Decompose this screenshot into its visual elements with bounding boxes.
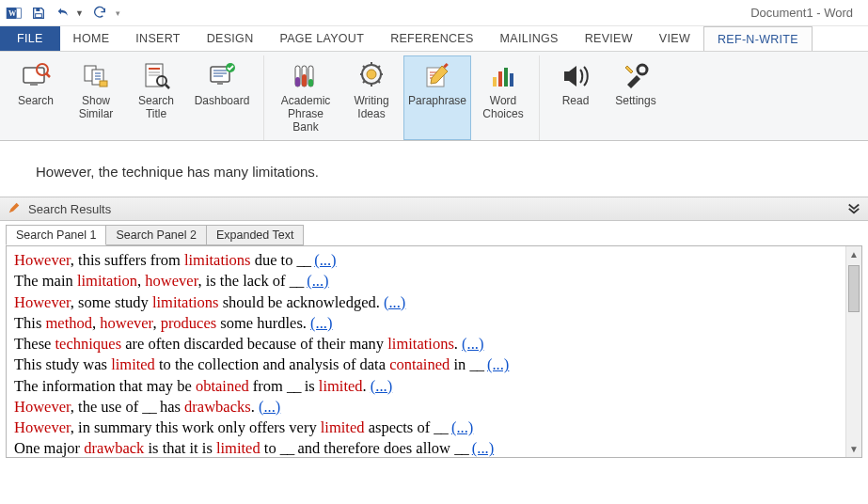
writing-ideas-label: Writing Ideas (354, 95, 388, 121)
plain-text: from (249, 377, 287, 395)
keyword-text: limited (216, 439, 260, 457)
expand-link[interactable]: (...) (371, 377, 392, 395)
academic-phrase-bank-button[interactable]: Academic Phrase Bank (272, 55, 339, 140)
dashboard-button[interactable]: Dashboard (188, 55, 256, 140)
ribbon-group-search: Search Show Similar Search Title Dashboa… (8, 55, 264, 140)
svg-rect-4 (36, 13, 42, 17)
plain-text: should be acknowledged. (219, 293, 385, 311)
keyword-text: limited (321, 418, 365, 436)
svg-line-40 (378, 81, 380, 83)
svg-line-39 (363, 66, 365, 68)
plain-text: This (14, 314, 45, 332)
search-title-button[interactable]: Search Title (128, 55, 184, 140)
window-title: Document1 - Word (750, 6, 862, 20)
expand-link[interactable]: (...) (487, 355, 509, 373)
ribbon-tabs: FILE HOME INSERT DESIGN PAGE LAYOUT REFE… (0, 26, 868, 51)
tab-view[interactable]: VIEW (646, 26, 703, 51)
scroll-thumb[interactable] (848, 265, 860, 312)
writing-ideas-button[interactable]: Writing Ideas (343, 55, 400, 140)
plain-text: some hurdles. (216, 314, 310, 332)
expand-link[interactable]: (...) (451, 418, 473, 436)
collapse-chevron-icon[interactable] (847, 201, 860, 217)
expand-link[interactable]: (...) (462, 335, 483, 353)
blank-placeholder: __ (469, 355, 483, 373)
tab-expanded-text[interactable]: Expanded Text (206, 225, 304, 245)
search-results-header[interactable]: Search Results (0, 197, 868, 221)
keyword-text: limitations (184, 251, 251, 269)
search-page-icon (140, 60, 172, 92)
tab-ref-n-write[interactable]: REF-N-WRITE (703, 26, 813, 51)
svg-rect-48 (493, 77, 497, 87)
tab-file[interactable]: FILE (0, 26, 60, 51)
keyword-text: techniques (55, 335, 122, 353)
svg-line-41 (363, 81, 365, 83)
svg-rect-3 (36, 8, 39, 10)
svg-rect-14 (100, 81, 107, 87)
tab-mailings[interactable]: MAILINGS (487, 26, 572, 51)
ribbon-group-misc: Read Settings (547, 55, 671, 140)
svg-text:W: W (8, 9, 17, 18)
read-button[interactable]: Read (547, 55, 604, 140)
blank-placeholder: __ (434, 418, 448, 436)
settings-button[interactable]: Settings (608, 55, 664, 140)
title-bar: W ▼ ▾ Document1 - Word (0, 0, 868, 26)
plain-text: , some study (71, 293, 152, 311)
read-label: Read (562, 95, 590, 108)
redo-icon[interactable] (91, 5, 108, 22)
plain-text: One major (14, 439, 84, 457)
expand-link[interactable]: (...) (314, 251, 336, 269)
result-line: However, this suffers from limitations d… (14, 250, 838, 271)
show-similar-button[interactable]: Show Similar (68, 55, 124, 140)
plain-text: , (152, 314, 160, 332)
phrase-bank-label: Academic Phrase Bank (275, 95, 337, 134)
expand-link[interactable]: (...) (384, 293, 405, 311)
scroll-down-icon[interactable]: ▼ (846, 441, 861, 457)
expand-link[interactable]: (...) (259, 398, 280, 416)
svg-rect-49 (498, 71, 502, 87)
tab-search-panel-2[interactable]: Search Panel 2 (105, 225, 206, 245)
quick-access-toolbar: W ▼ ▾ (6, 5, 120, 22)
tab-home[interactable]: HOME (60, 26, 123, 51)
result-line: The main limitation, however, is the lac… (14, 271, 838, 291)
plain-text: . (251, 398, 259, 416)
plain-text: are often discarded because of their man… (121, 335, 387, 353)
svg-point-34 (367, 70, 376, 79)
svg-rect-50 (504, 68, 508, 87)
dashboard-icon (206, 60, 238, 92)
undo-icon[interactable] (55, 5, 71, 22)
keyword-text: however (100, 314, 152, 332)
expand-link[interactable]: (...) (310, 314, 332, 332)
blank-placeholder: __ (142, 398, 156, 416)
save-icon[interactable] (30, 5, 47, 22)
keyword-text: limited (319, 377, 363, 395)
tab-search-panel-1[interactable]: Search Panel 1 (6, 225, 106, 245)
keyword-text: limited (111, 355, 155, 373)
keyword-text: However (14, 418, 71, 436)
tab-review[interactable]: REVIEW (572, 26, 646, 51)
svg-line-20 (166, 85, 169, 88)
plain-text: has (156, 398, 184, 416)
test-tubes-icon (290, 60, 322, 92)
plain-text: The main (14, 272, 77, 290)
expand-link[interactable]: (...) (472, 439, 494, 457)
input-sentence[interactable]: However, the technique has many limitati… (0, 141, 868, 197)
expand-link[interactable]: (...) (307, 272, 328, 290)
results-panel: However, this suffers from limitations d… (6, 245, 862, 458)
paraphrase-button[interactable]: Paraphrase (403, 55, 471, 140)
word-choices-button[interactable]: Word Choices (475, 55, 531, 140)
svg-rect-32 (308, 79, 313, 87)
scroll-up-icon[interactable]: ▲ (846, 246, 861, 262)
svg-rect-22 (217, 82, 223, 85)
qat-customize-icon[interactable]: ▾ (116, 8, 120, 18)
plain-text: and therefore does allow (293, 439, 454, 457)
scrollbar[interactable]: ▲ ▼ (845, 246, 861, 457)
plain-text: due to (251, 251, 297, 269)
tab-design[interactable]: DESIGN (194, 26, 267, 51)
tab-insert[interactable]: INSERT (122, 26, 193, 51)
search-button[interactable]: Search (8, 55, 64, 140)
tools-icon (620, 60, 652, 92)
tab-references[interactable]: REFERENCES (377, 26, 486, 51)
tab-page-layout[interactable]: PAGE LAYOUT (266, 26, 377, 51)
paraphrase-icon (421, 60, 453, 92)
undo-dropdown-icon[interactable]: ▼ (75, 8, 84, 18)
